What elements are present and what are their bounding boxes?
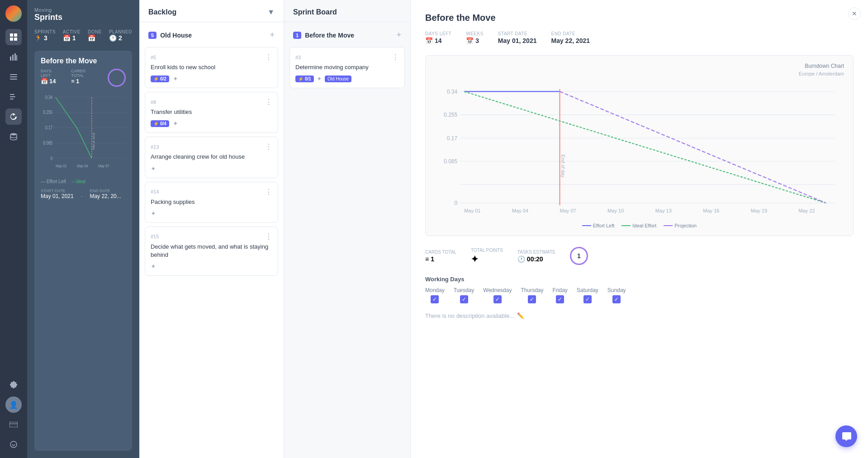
day-label-thursday: Thursday: [521, 287, 543, 293]
detail-end-date-value: May 22, 2021: [551, 37, 590, 44]
legend-effort-left: Effort Left: [582, 223, 615, 228]
svg-rect-4: [14, 38, 17, 41]
sprint-star-icon-1[interactable]: ✦: [317, 75, 322, 82]
star-icon-4[interactable]: ✦: [151, 210, 156, 217]
day-checkbox-wednesday[interactable]: ✓: [493, 295, 502, 303]
svg-point-15: [10, 133, 17, 136]
backlog-card-3[interactable]: #13 ⋮ Arrange cleaning crew for old hous…: [145, 137, 278, 178]
burndown-chart-container: Burndown Chart Europe / Amsterdam 0.34 0…: [425, 55, 854, 236]
backlog-group-header: 5 Old House +: [145, 28, 278, 42]
detail-days-left-label: DAYS LEFT: [425, 31, 451, 36]
detail-panel: Before the Move DAYS LEFT 📅14 WEEKS 📅3 S: [411, 0, 868, 458]
day-checkbox-sunday[interactable]: ✓: [612, 295, 621, 303]
effort-badge-2: ⚡0/4: [151, 120, 169, 127]
end-date-val-left: May 22, 20...: [90, 193, 121, 199]
detail-start-date-value: May 01, 2021: [498, 37, 537, 44]
description-row: There is no description available... ✏️: [425, 312, 854, 319]
card-menu-1[interactable]: ⋮: [265, 53, 272, 61]
backlog-card-5[interactable]: #15 ⋮ Decide what gets moved, and what i…: [145, 227, 278, 276]
sidebar-item-dashboard[interactable]: [5, 29, 22, 45]
svg-text:0.34: 0.34: [447, 88, 458, 94]
svg-text:End of day: End of day: [92, 133, 95, 150]
backlog-card-1[interactable]: #5 ⋮ Enroll kids to new school ⚡0/2 ✦: [145, 47, 278, 88]
active-value: 📅1: [63, 34, 81, 42]
sidebar-item-databases[interactable]: [5, 128, 22, 145]
sprint-card-menu-1[interactable]: ⋮: [392, 53, 399, 61]
detail-start-date-label: START DATE: [498, 31, 537, 36]
day-checkbox-saturday[interactable]: ✓: [583, 295, 592, 303]
svg-text:May 07: May 07: [98, 164, 109, 169]
sidebar-item-card[interactable]: [5, 416, 22, 433]
cards-total-label-left: CARDS TOTAL: [71, 69, 99, 78]
cards-total-label: CARDS TOTAL: [425, 250, 456, 255]
filter-icon[interactable]: ▼: [267, 8, 275, 16]
detail-weeks-label: WEEKS: [466, 31, 484, 36]
card-menu-3[interactable]: ⋮: [265, 142, 272, 151]
app-logo: [5, 5, 22, 22]
card-menu-2[interactable]: ⋮: [265, 98, 272, 106]
sidebar-item-list[interactable]: [5, 69, 22, 85]
detail-days-left-value: 📅14: [425, 37, 451, 44]
svg-rect-5: [10, 57, 11, 61]
sprint-column-name: Before the Move: [305, 32, 393, 39]
chart-subtitle: Europe / Amsterdam: [435, 71, 844, 76]
svg-text:May 04: May 04: [77, 164, 88, 169]
sprints-label: SPRINTS: [34, 29, 56, 34]
svg-rect-3: [10, 38, 13, 41]
sidebar-item-sprints[interactable]: [5, 109, 22, 125]
user-avatar[interactable]: 👤: [5, 397, 22, 413]
old-house-tag: Old House: [325, 76, 351, 82]
svg-rect-2: [14, 33, 17, 37]
svg-text:0.34: 0.34: [45, 95, 52, 100]
sprint-card-num-1: #3: [295, 55, 301, 60]
day-checkbox-thursday[interactable]: ✓: [528, 295, 536, 303]
star-icon-1[interactable]: ✦: [173, 75, 178, 82]
edit-description-icon[interactable]: ✏️: [517, 312, 524, 319]
svg-text:End of day: End of day: [560, 155, 565, 178]
star-icon-2[interactable]: ✦: [173, 120, 178, 127]
circle-badge: 1: [570, 247, 588, 265]
sprint-add-button[interactable]: +: [396, 30, 401, 40]
sprint-board-title: Sprint Board: [293, 8, 337, 16]
day-checkbox-monday[interactable]: ✓: [431, 295, 439, 303]
backlog-header: Backlog ▼: [139, 0, 284, 22]
sprint-board-card-1[interactable]: #3 ⋮ Determine moving company ⚡0/1 ✦ Old…: [289, 47, 405, 88]
close-button[interactable]: ✕: [848, 7, 861, 20]
day-checkbox-friday[interactable]: ✓: [556, 295, 564, 303]
sprint-board-body: 1 Before the Move + #3 ⋮ Determine movin…: [284, 22, 410, 458]
sidebar-item-expand[interactable]: [5, 436, 22, 453]
backlog-card-2[interactable]: #8 ⋮ Transfer utilities ⚡0/4 ✦: [145, 92, 278, 133]
svg-rect-14: [10, 99, 14, 99]
svg-text:May 19: May 19: [751, 208, 767, 213]
planned-label: PLANNED: [109, 29, 132, 34]
backlog-panel: Backlog ▼ 5 Old House + #5 ⋮ Enroll kids…: [139, 0, 284, 458]
mini-chart: 0.34 0.255 0.17 0.085 0 May 01 May 04 Ma…: [41, 92, 126, 174]
group-name: Old House: [160, 32, 266, 39]
stats-row: SPRINTS 🏃3 ACTIVE 📅1 DONE 📅 PLANNED 🕐2: [34, 29, 132, 42]
effort-badge-1: ⚡0/2: [151, 76, 169, 82]
tasks-estimate-label: TASKS ESTIMATE: [517, 250, 555, 255]
svg-rect-7: [14, 53, 16, 61]
group-add-button[interactable]: +: [270, 30, 275, 40]
svg-text:0: 0: [455, 200, 458, 206]
detail-meta-row: DAYS LEFT 📅14 WEEKS 📅3 START DATE May 01…: [425, 31, 854, 44]
day-wednesday: Wednesday ✓: [483, 287, 512, 303]
svg-rect-11: [10, 79, 17, 80]
backlog-card-4[interactable]: #14 ⋮ Packing supplies ✦: [145, 182, 278, 223]
app-title: Sprints: [34, 13, 132, 22]
sidebar-item-settings[interactable]: [5, 377, 22, 393]
card-menu-4[interactable]: ⋮: [265, 188, 272, 196]
star-icon-3[interactable]: ✦: [151, 165, 156, 172]
sidebar-item-tasks[interactable]: [5, 89, 22, 105]
day-checkbox-tuesday[interactable]: ✓: [460, 295, 468, 303]
star-icon-5[interactable]: ✦: [151, 263, 156, 270]
sidebar-item-charts[interactable]: [5, 49, 22, 65]
svg-rect-6: [12, 55, 14, 61]
chat-button[interactable]: [835, 425, 857, 447]
card-menu-5[interactable]: ⋮: [265, 232, 272, 241]
svg-rect-9: [10, 74, 17, 75]
planned-value: 🕐2: [109, 34, 132, 42]
done-value: 📅: [88, 34, 102, 42]
day-label-sunday: Sunday: [607, 287, 626, 293]
sprints-value: 🏃3: [34, 34, 56, 42]
